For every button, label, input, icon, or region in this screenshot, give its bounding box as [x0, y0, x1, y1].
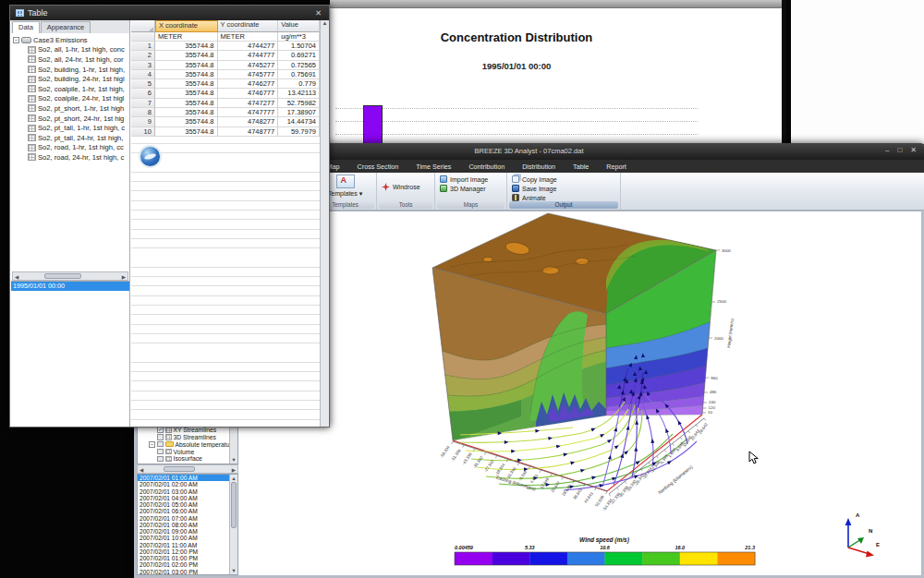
tree-item[interactable]: Volume [138, 448, 237, 455]
import-image-button[interactable]: Import Image [438, 175, 504, 184]
3d-manager-button[interactable]: 3D Manager [438, 184, 504, 193]
chart-gridline [335, 121, 698, 122]
scroll-right-icon[interactable]: ▶ [122, 274, 126, 280]
ribbon-tab-time-series[interactable]: Time Series [408, 161, 458, 173]
tree-item[interactable]: So2, all, 1-hr, 1st high, conc [13, 45, 129, 55]
scroll-up-icon[interactable]: ▲ [322, 20, 328, 26]
column-header-value[interactable]: Value [278, 20, 320, 32]
close-icon[interactable]: ✕ [315, 8, 322, 18]
timestamp-item[interactable]: 2007/02/01 07:00 AM [138, 515, 237, 522]
background-window-area [791, 0, 924, 144]
scrollbar-thumb[interactable] [231, 482, 237, 528]
grid-corner-cell[interactable]: ◢ [131, 20, 155, 32]
tree-item[interactable]: So2, pt_short, 1-hr, 1st high [13, 103, 129, 114]
tree-item-label: So2, building, 1-hr, 1st high, [38, 66, 125, 74]
tree-item[interactable]: So2, all, 24-hr, 1st high, cor [13, 54, 129, 65]
scroll-left-icon[interactable]: ◀ [15, 274, 18, 280]
tree-item[interactable]: So2, building, 1-hr, 1st high, [13, 65, 129, 75]
list-vertical-scrollbar[interactable]: ▲ ▼ [229, 475, 237, 574]
time-item[interactable]: 1995/01/01 00:00 [11, 282, 129, 291]
row-number-cell: 9 [131, 117, 155, 126]
table-row[interactable]: 9355744.8474827714.44734 [131, 117, 320, 126]
grid-vertical-scrollbar[interactable]: ▲ [320, 20, 329, 427]
tree-item[interactable]: So2, building, 24-hr, 1st higl [13, 74, 129, 84]
ribbon-tab-contribution[interactable]: Contribution [461, 161, 512, 173]
tree-item[interactable]: −Absolute temperature [138, 440, 237, 448]
table-row[interactable]: 6355744.8474677713.42113 [131, 89, 320, 98]
colorbar-tick-label: 5.33 [525, 545, 535, 550]
column-header-x[interactable]: X coordinate [155, 20, 218, 32]
table-window-titlebar[interactable]: Table ✕ [10, 6, 329, 20]
timestamp-item[interactable]: 2007/02/01 02:00 PM [138, 561, 237, 568]
timestamp-item[interactable]: 2007/02/01 09:00 AM [138, 528, 237, 535]
item-checkbox[interactable]: ✓ [157, 427, 164, 433]
table-row[interactable]: 7355744.8474727752.75982 [131, 99, 320, 108]
scrollbar-thumb[interactable] [44, 273, 81, 279]
chart-window-titlebar[interactable] [330, 0, 782, 8]
scroll-up-icon[interactable]: ▲ [230, 476, 237, 481]
timestamp-item[interactable]: 2007/02/01 01:00 PM [138, 555, 237, 561]
windrose-button[interactable]: Windrose [380, 182, 432, 192]
scroll-left-icon[interactable]: ◀ [140, 467, 143, 473]
tree-item[interactable]: So2, road, 24-hr, 1st high, c [13, 152, 129, 163]
tree-item[interactable]: So2, coalpile, 1-hr, 1st high, [13, 84, 129, 94]
tree-item[interactable]: So2, pt_short, 24-hr, 1st hig [13, 114, 129, 124]
close-button[interactable]: ✕ [910, 146, 917, 154]
table-row[interactable]: 4355744.847457770.75691 [131, 70, 320, 79]
table-row[interactable]: 5355744.847462770.779 [131, 79, 320, 89]
timestamp-item[interactable]: 2007/02/01 03:00 PM [138, 569, 237, 575]
item-checkbox[interactable] [157, 441, 164, 448]
easting-tick-label: -58.334 [439, 444, 451, 459]
ribbon-tab-report[interactable]: Report [599, 161, 634, 173]
timestamp-item[interactable]: 2007/02/01 10:00 AM [138, 535, 237, 541]
tree-item[interactable]: So2, road, 1-hr, 1st high, cc [13, 143, 129, 153]
scroll-down-icon[interactable]: ▼ [230, 457, 237, 463]
tree-root-item[interactable]: −Case3 Emissions [13, 35, 129, 45]
layer-icon [28, 95, 36, 102]
ribbon-tab-distribution[interactable]: Distribution [515, 161, 563, 173]
timestamp-item[interactable]: 2007/02/01 06:00 AM [138, 508, 237, 514]
3d-viewport[interactable]: -58.334-51.336-43.338-35.340-27.342-19.3… [238, 211, 921, 575]
tree-item[interactable]: So2, coalpile, 24-hr, 1st higl [13, 94, 129, 104]
collapse-icon[interactable]: − [13, 37, 19, 43]
tree-horizontal-scrollbar[interactable]: ◀ ▶ [137, 464, 238, 474]
scroll-right-icon[interactable]: ▶ [232, 467, 236, 473]
table-row[interactable]: 10355744.8474877759.7979 [131, 127, 320, 137]
timestamp-item[interactable]: 2007/02/01 08:00 AM [138, 522, 237, 528]
ribbon-tab-table[interactable]: Table [565, 161, 596, 173]
ribbon-tab-cross-section[interactable]: Cross Section [350, 161, 407, 173]
layer-icon [165, 456, 172, 463]
table-row[interactable]: 8355744.8474777717.38907 [131, 108, 320, 117]
timestamp-item[interactable]: 2007/02/01 02:00 AM [138, 481, 237, 488]
item-checkbox[interactable] [157, 434, 164, 440]
collapse-icon[interactable]: − [149, 441, 155, 448]
column-header-y[interactable]: Y coordinate [218, 20, 279, 32]
value-cell: 59.7979 [278, 127, 320, 137]
table-row[interactable]: 3355744.847452770.72565 [131, 61, 320, 70]
scrollbar-thumb[interactable] [164, 466, 195, 472]
maximize-button[interactable]: □ [897, 146, 902, 154]
table-row[interactable]: 2355744.847447770.69271 [131, 51, 320, 60]
timestamp-item[interactable]: 2007/02/01 03:00 AM [138, 488, 237, 495]
tree-item[interactable]: So2, pt_tall, 24-hr, 1st high, [13, 133, 129, 143]
timestamp-item[interactable]: 2007/02/01 12:00 PM [138, 548, 237, 555]
timestamp-item[interactable]: 2007/02/01 05:00 AM [138, 501, 237, 508]
item-checkbox[interactable] [157, 449, 164, 455]
timestamp-item[interactable]: 2007/02/01 01:00 AM [138, 475, 237, 481]
table-row[interactable]: 1355744.847442771.50704 [131, 42, 320, 51]
tab-appearance[interactable]: Appearance [41, 21, 91, 33]
x-value-cell: 355744.8 [155, 61, 218, 70]
timestamp-item[interactable]: 2007/02/01 11:00 AM [138, 542, 237, 548]
timestamp-item[interactable]: 2007/02/01 04:00 AM [138, 495, 237, 501]
tree-item[interactable]: So2, pt_tall, 1-hr, 1st high, c [13, 123, 129, 133]
tab-data[interactable]: Data [12, 21, 40, 33]
minimize-button[interactable]: – [885, 146, 889, 154]
tree-horizontal-scrollbar[interactable]: ◀ ▶ [12, 271, 128, 281]
item-checkbox[interactable] [157, 456, 164, 463]
breeze-logo-icon[interactable] [139, 145, 162, 168]
tree-item[interactable]: Isosurface [138, 455, 237, 463]
copy-image-button[interactable]: Copy Image [510, 175, 617, 184]
scroll-down-icon[interactable]: ▼ [230, 568, 237, 573]
save-image-button[interactable]: Save Image [510, 184, 617, 193]
tree-item[interactable]: 3D Streamlines [138, 433, 237, 440]
